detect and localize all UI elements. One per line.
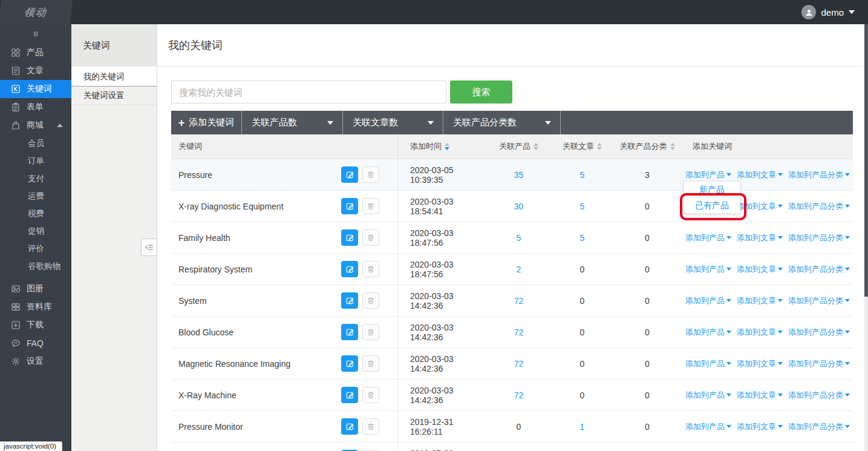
related-products-count[interactable]: 72 bbox=[514, 390, 524, 400]
edit-keyword-button[interactable] bbox=[341, 292, 358, 309]
add-keyword-button[interactable]: + 添加关键词 bbox=[171, 111, 241, 134]
search-input[interactable] bbox=[171, 81, 446, 104]
add-to-product-link[interactable]: 添加到产品 bbox=[685, 170, 731, 180]
sidebar-item-forms[interactable]: 表单 bbox=[0, 98, 71, 116]
column-header-related-products[interactable]: 关联产品 bbox=[484, 134, 553, 159]
related-products-count[interactable]: 5 bbox=[517, 233, 521, 243]
related-articles-count: 0 bbox=[580, 296, 585, 306]
add-to-article-link[interactable]: 添加到文章 bbox=[737, 327, 783, 338]
add-to-product-link[interactable]: 添加到产品 bbox=[685, 358, 731, 369]
delete-keyword-button[interactable] bbox=[362, 324, 379, 340]
add-to-article-link[interactable]: 添加到文章 bbox=[737, 390, 783, 401]
sidebar-subitem-payment[interactable]: 支付 bbox=[0, 170, 71, 187]
sort-icon[interactable] bbox=[597, 143, 602, 150]
sidebar-item-products[interactable]: 产品 bbox=[0, 44, 71, 62]
sidebar-item-mall[interactable]: 商城 bbox=[0, 116, 71, 134]
edit-keyword-button[interactable] bbox=[341, 324, 358, 340]
user-menu[interactable]: demo bbox=[801, 5, 868, 19]
subnav-menu: 我的关键词关键词设置 bbox=[71, 68, 157, 105]
add-to-product-link[interactable]: 添加到产品 bbox=[685, 295, 731, 306]
subnav-item-my-keywords[interactable]: 我的关键词 bbox=[71, 68, 157, 87]
sidebar-subitem-promotion[interactable]: 促销 bbox=[0, 222, 71, 240]
delete-keyword-button[interactable] bbox=[362, 198, 379, 214]
add-to-article-link[interactable]: 添加到文章 bbox=[737, 232, 783, 243]
delete-keyword-button[interactable] bbox=[362, 292, 379, 309]
dropdown-item-new-product[interactable]: 新产品 bbox=[684, 182, 740, 197]
edit-keyword-button[interactable] bbox=[341, 387, 358, 403]
sidebar-subitem-shipping[interactable]: 运费 bbox=[0, 187, 71, 205]
scrollbar[interactable] bbox=[864, 24, 868, 451]
faq-icon bbox=[11, 338, 21, 348]
add-to-category-link[interactable]: 添加到产品分类 bbox=[788, 421, 850, 432]
add-to-category-link[interactable]: 添加到产品分类 bbox=[788, 327, 850, 338]
delete-keyword-button[interactable] bbox=[362, 387, 379, 403]
panel-toggle-button[interactable] bbox=[141, 239, 157, 256]
related-articles-count[interactable]: 1 bbox=[580, 422, 585, 432]
add-to-product-link[interactable]: 添加到产品 bbox=[685, 264, 731, 275]
filter-dropdown-2[interactable]: 关联文章数 bbox=[342, 111, 443, 134]
related-articles-count[interactable]: 5 bbox=[580, 233, 585, 243]
related-articles-count[interactable]: 5 bbox=[580, 202, 585, 211]
sidebar-item-keywords[interactable]: 关键词 bbox=[0, 80, 71, 98]
edit-keyword-button[interactable] bbox=[341, 166, 358, 183]
delete-keyword-button[interactable] bbox=[362, 261, 379, 277]
related-products-count[interactable]: 72 bbox=[514, 296, 524, 306]
subnav-item-keyword-settings[interactable]: 关键词设置 bbox=[71, 87, 157, 105]
sidebar-subitem-review[interactable]: 评价 bbox=[0, 240, 71, 257]
add-to-category-link[interactable]: 添加到产品分类 bbox=[788, 232, 850, 243]
scrollbar-thumb[interactable] bbox=[864, 24, 868, 297]
dropdown-item-existing-product[interactable]: 已有产品 bbox=[684, 197, 740, 213]
filter-dropdown-1[interactable]: 关联产品数 bbox=[241, 111, 342, 134]
delete-keyword-button[interactable] bbox=[362, 229, 379, 246]
column-header-added-time[interactable]: 添加时间 bbox=[398, 134, 484, 159]
add-to-product-link[interactable]: 添加到产品 bbox=[685, 390, 731, 401]
sidebar-collapse-button[interactable] bbox=[0, 24, 71, 44]
filter-dropdown-3[interactable]: 关联产品分类数 bbox=[443, 111, 561, 134]
add-to-category-link[interactable]: 添加到产品分类 bbox=[788, 170, 850, 180]
edit-keyword-button[interactable] bbox=[341, 229, 358, 246]
delete-keyword-button[interactable] bbox=[362, 166, 379, 183]
column-header-related-categories[interactable]: 关联产品分类 bbox=[611, 134, 684, 159]
add-to-article-link[interactable]: 添加到文章 bbox=[737, 295, 783, 306]
add-to-article-link[interactable]: 添加到文章 bbox=[737, 264, 783, 275]
sidebar-subitem-members[interactable]: 会员 bbox=[0, 134, 71, 152]
sidebar-item-library[interactable]: 资料库 bbox=[0, 298, 71, 316]
sidebar-item-faq[interactable]: FAQ bbox=[0, 334, 71, 352]
sidebar-item-albums[interactable]: 图册 bbox=[0, 280, 71, 298]
delete-keyword-button[interactable] bbox=[362, 355, 379, 372]
sort-icon[interactable] bbox=[670, 143, 675, 150]
sort-icon[interactable] bbox=[534, 143, 538, 150]
add-to-product-link[interactable]: 添加到产品 bbox=[685, 327, 731, 338]
sidebar-item-articles[interactable]: 文章 bbox=[0, 62, 71, 80]
sidebar-subitem-tax[interactable]: 税费 bbox=[0, 205, 71, 222]
sidebar-subitem-google-shopping[interactable]: 谷歌购物 bbox=[0, 257, 71, 275]
delete-keyword-button[interactable] bbox=[362, 418, 379, 435]
add-to-category-link[interactable]: 添加到产品分类 bbox=[788, 201, 850, 212]
edit-keyword-button[interactable] bbox=[341, 355, 358, 372]
related-products-count[interactable]: 72 bbox=[514, 359, 524, 369]
edit-keyword-button[interactable] bbox=[341, 198, 358, 214]
sidebar-subitem-orders[interactable]: 订单 bbox=[0, 152, 71, 170]
add-to-article-link[interactable]: 添加到文章 bbox=[737, 201, 783, 212]
add-to-category-link[interactable]: 添加到产品分类 bbox=[788, 390, 850, 401]
related-articles-count[interactable]: 5 bbox=[580, 170, 585, 180]
related-products-count[interactable]: 35 bbox=[514, 170, 524, 180]
add-to-article-link[interactable]: 添加到文章 bbox=[737, 421, 783, 432]
search-button[interactable]: 搜索 bbox=[450, 81, 512, 104]
add-to-category-link[interactable]: 添加到产品分类 bbox=[788, 264, 850, 275]
related-products-count[interactable]: 72 bbox=[514, 328, 524, 337]
edit-keyword-button[interactable] bbox=[341, 261, 358, 277]
add-to-category-link[interactable]: 添加到产品分类 bbox=[788, 295, 850, 306]
edit-keyword-button[interactable] bbox=[341, 418, 358, 435]
add-to-article-link[interactable]: 添加到文章 bbox=[737, 170, 783, 180]
sidebar-item-settings[interactable]: 设置 bbox=[0, 352, 71, 370]
add-to-product-link[interactable]: 添加到产品 bbox=[685, 232, 731, 243]
sidebar-item-downloads[interactable]: 下载 bbox=[0, 316, 71, 334]
sort-icon[interactable] bbox=[445, 143, 449, 150]
column-header-related-articles[interactable]: 关联文章 bbox=[553, 134, 611, 159]
add-to-product-link[interactable]: 添加到产品 bbox=[685, 421, 731, 432]
add-to-category-link[interactable]: 添加到产品分类 bbox=[788, 358, 850, 369]
add-to-article-link[interactable]: 添加到文章 bbox=[737, 358, 783, 369]
related-products-count[interactable]: 2 bbox=[517, 265, 521, 274]
related-products-count[interactable]: 30 bbox=[514, 202, 524, 211]
